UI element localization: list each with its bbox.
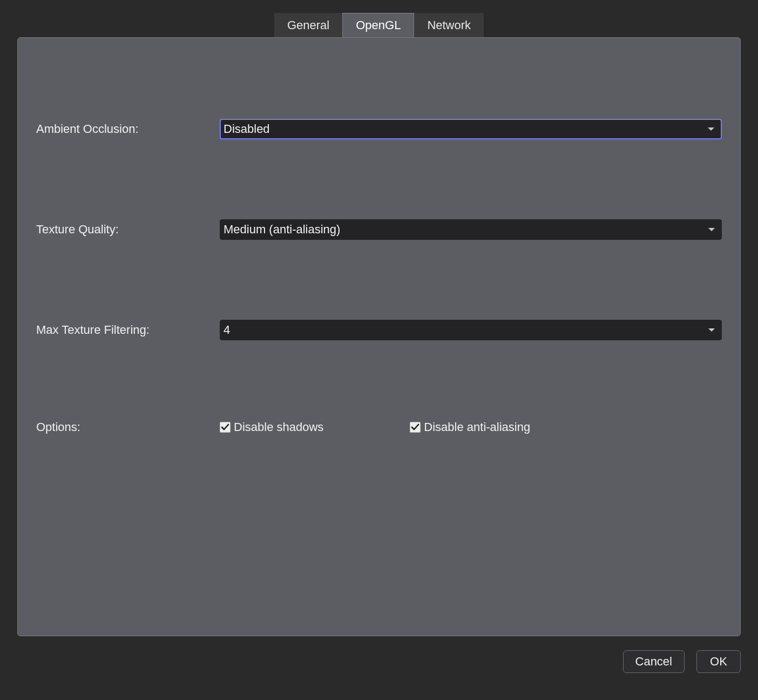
options-label: Options:: [36, 420, 220, 434]
dialog-button-row: Cancel OK: [623, 650, 741, 673]
tab-opengl[interactable]: OpenGL: [342, 13, 414, 37]
ambient-occlusion-label: Ambient Occlusion:: [36, 122, 220, 136]
button-label: Cancel: [635, 655, 672, 669]
checkbox-box: [410, 422, 421, 433]
button-label: OK: [710, 655, 727, 669]
checkbox-box: [220, 422, 231, 433]
ambient-occlusion-select[interactable]: Disabled: [220, 119, 722, 139]
checkmark-icon: [411, 423, 419, 432]
opengl-panel: Ambient Occlusion: Disabled Texture Qual…: [17, 37, 741, 636]
tabs-row: General OpenGL Network: [0, 0, 758, 37]
tab-label: General: [287, 18, 329, 32]
chevron-down-icon: [708, 328, 715, 332]
chevron-down-icon: [708, 228, 715, 231]
tab-label: OpenGL: [356, 18, 401, 32]
max-filtering-select[interactable]: 4: [220, 320, 722, 340]
disable-shadows-checkbox[interactable]: Disable shadows: [220, 420, 323, 434]
form-grid: Ambient Occlusion: Disabled Texture Qual…: [36, 70, 722, 434]
texture-quality-select[interactable]: Medium (anti-aliasing): [220, 219, 722, 240]
select-value: Medium (anti-aliasing): [224, 223, 708, 237]
select-value: 4: [224, 323, 708, 337]
texture-quality-label: Texture Quality:: [36, 223, 220, 237]
chevron-down-icon: [708, 127, 714, 131]
ok-button[interactable]: OK: [696, 650, 741, 673]
select-value: Disabled: [224, 122, 708, 136]
checkbox-label: Disable anti-aliasing: [424, 420, 530, 434]
checkmark-icon: [221, 423, 229, 432]
disable-antialiasing-checkbox[interactable]: Disable anti-aliasing: [410, 420, 530, 434]
tab-general[interactable]: General: [274, 13, 342, 37]
tab-network[interactable]: Network: [414, 13, 484, 37]
checkbox-label: Disable shadows: [234, 420, 323, 434]
tab-label: Network: [427, 18, 471, 32]
cancel-button[interactable]: Cancel: [623, 650, 685, 673]
max-filtering-label: Max Texture Filtering:: [36, 323, 220, 337]
options-row: Disable shadows Disable anti-aliasing: [220, 420, 722, 434]
settings-dialog: General OpenGL Network Ambient Occlusion…: [0, 0, 758, 700]
